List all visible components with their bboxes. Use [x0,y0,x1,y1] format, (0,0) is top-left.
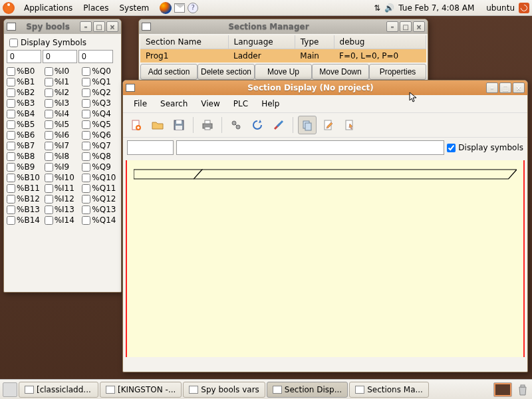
trash-icon[interactable] [516,383,529,396]
bool-checkbox[interactable] [7,216,15,225]
delete-section-button[interactable]: Delete section [198,64,255,80]
bool-checkbox[interactable] [7,174,15,182]
refresh-icon[interactable] [248,116,267,134]
save-icon[interactable] [170,116,188,134]
table-row[interactable]: Prog1 Ladder Main F=0, L=0, P=0 [140,49,426,63]
bool-checkbox[interactable] [82,205,90,214]
bool-checkbox[interactable] [45,88,53,97]
maximize-button[interactable]: □ [400,21,412,32]
add-section-button[interactable]: Add section [140,64,198,80]
close-button[interactable]: × [513,82,525,93]
bool-checkbox[interactable] [7,152,15,161]
bool-checkbox[interactable] [45,184,53,193]
new-icon[interactable] [127,116,146,134]
bool-checkbox[interactable] [7,99,15,108]
bool-checkbox[interactable] [45,174,53,182]
copy-icon[interactable] [298,116,317,134]
bool-checkbox[interactable] [7,184,15,193]
bool-checkbox[interactable] [45,110,53,118]
run-icon[interactable] [227,116,245,134]
bool-checkbox[interactable] [82,216,90,225]
mail-icon[interactable] [174,3,185,13]
minimize-button[interactable]: – [80,21,92,32]
display-symbols-checkbox[interactable] [9,39,18,47]
bool-checkbox[interactable] [82,184,90,193]
minimize-button[interactable]: – [486,82,498,93]
bool-checkbox[interactable] [82,120,90,129]
spy-offset-b[interactable] [7,50,41,63]
bool-checkbox[interactable] [82,67,90,76]
menu-applications[interactable]: Applications [19,1,78,15]
menu-places[interactable]: Places [78,1,114,15]
bool-checkbox[interactable] [7,205,15,214]
ubuntu-logo-icon[interactable] [3,2,15,14]
bool-checkbox[interactable] [82,88,90,97]
bool-checkbox[interactable] [45,67,53,76]
menu-file[interactable]: File [127,96,154,111]
bool-checkbox[interactable] [7,110,15,118]
pointer-icon[interactable] [340,116,359,134]
bool-checkbox[interactable] [82,152,90,161]
rung-comment-input[interactable] [176,140,444,155]
bool-checkbox[interactable] [45,131,53,140]
user-label[interactable]: ubuntu [486,3,515,13]
bool-checkbox[interactable] [82,142,90,150]
bool-checkbox[interactable] [7,163,15,172]
move-down-button[interactable]: Move Down [312,64,369,80]
maximize-button[interactable]: □ [93,21,105,32]
col-debug[interactable]: debug [334,35,426,49]
task-kingston[interactable]: [KINGSTON -... [100,382,182,398]
bool-checkbox[interactable] [7,131,15,140]
close-button[interactable]: × [106,21,118,32]
menu-search[interactable]: Search [154,96,194,111]
maximize-button[interactable]: □ [499,82,511,93]
bool-checkbox[interactable] [7,142,15,150]
task-spy-bools[interactable]: Spy bools vars [183,382,265,398]
sm-titlebar[interactable]: Sections Manager – □ × [139,19,428,34]
spy-offset-q[interactable] [78,50,113,63]
bool-checkbox[interactable] [82,163,90,172]
firefox-icon[interactable] [160,2,172,14]
bool-checkbox[interactable] [82,99,90,108]
help-icon[interactable]: ? [188,3,198,13]
bool-checkbox[interactable] [45,99,53,108]
bool-checkbox[interactable] [7,120,15,129]
open-icon[interactable] [148,116,167,134]
menu-view[interactable]: View [194,96,226,111]
bool-checkbox[interactable] [82,174,90,182]
network-icon[interactable]: ⇅ [374,3,380,13]
print-icon[interactable] [198,116,217,134]
rung-label-input[interactable] [127,140,174,155]
volume-icon[interactable]: 🔊 [384,3,394,13]
minimize-button[interactable]: – [386,21,398,32]
bool-checkbox[interactable] [45,78,53,86]
move-up-button[interactable]: Move Up [255,64,312,80]
edit-icon[interactable] [319,116,338,134]
spy-offset-i[interactable] [43,50,77,63]
ladder-canvas[interactable] [126,160,525,357]
display-symbols-checkbox[interactable] [447,144,456,152]
bool-checkbox[interactable] [45,120,53,129]
bool-checkbox[interactable] [45,152,53,161]
bool-checkbox[interactable] [7,78,15,86]
bool-checkbox[interactable] [45,142,53,150]
task-classicladder[interactable]: [classicladd... [19,382,98,398]
bool-checkbox[interactable] [82,195,90,203]
bool-checkbox[interactable] [45,205,53,214]
col-language[interactable]: Language [228,35,295,49]
col-type[interactable]: Type [295,35,334,49]
task-sections-manager[interactable]: Sections Ma... [349,382,429,398]
bool-checkbox[interactable] [45,216,53,225]
menu-system[interactable]: System [114,1,154,15]
bool-checkbox[interactable] [7,195,15,203]
close-button[interactable]: × [413,21,425,32]
clock[interactable]: Tue Feb 7, 4:08 AM [398,3,474,13]
spy-titlebar[interactable]: Spy bools – □ × [4,19,121,34]
bool-checkbox[interactable] [82,110,90,118]
workspace-switcher[interactable] [493,382,512,397]
menu-plc[interactable]: PLC [227,96,255,111]
bool-checkbox[interactable] [7,67,15,76]
bool-checkbox[interactable] [7,88,15,97]
bool-checkbox[interactable] [82,131,90,140]
bool-checkbox[interactable] [82,78,90,86]
